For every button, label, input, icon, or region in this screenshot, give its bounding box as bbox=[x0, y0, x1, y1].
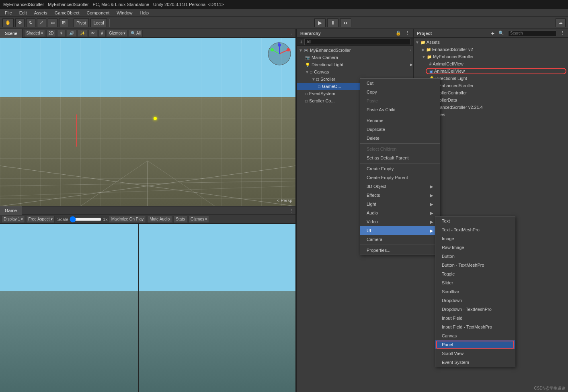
audio-btn[interactable]: 🔊 bbox=[67, 30, 76, 37]
menu-bar: File Edit Assets GameObject Component Wi… bbox=[0, 9, 568, 17]
step-btn[interactable]: ⏭ bbox=[340, 18, 351, 27]
svg-point-16 bbox=[278, 43, 281, 47]
ctx-set-default-parent[interactable]: Set as Default Parent bbox=[360, 153, 440, 162]
project-item-myenhanced[interactable]: ▼ 📁 MyEnhancedScroller bbox=[414, 53, 568, 60]
svg-point-15 bbox=[271, 48, 274, 51]
2d-btn[interactable]: 2D bbox=[46, 30, 56, 37]
scene-game-area: Scene Shaded ▾ 2D ☀ 🔊 ✨ 👁 # Gizmos ▾ 🔍 A… bbox=[0, 29, 295, 392]
sub-ctx-button[interactable]: Button bbox=[435, 252, 515, 261]
ctx-select-children: Select Children bbox=[360, 145, 440, 153]
sub-ctx-image[interactable]: Image bbox=[435, 234, 515, 243]
title-text: MyEnhancedScroller - MyEnhancedScroller … bbox=[3, 2, 224, 7]
sub-ctx-event-system[interactable]: Event System bbox=[435, 358, 515, 367]
project-item-animalcellview-go[interactable]: ▣ AnimalCellView bbox=[414, 67, 568, 75]
menu-gameobject[interactable]: GameObject bbox=[51, 10, 83, 16]
sub-ctx-scrollbar[interactable]: Scrollbar bbox=[435, 287, 515, 296]
ctx-properties[interactable]: Properties... bbox=[360, 246, 440, 255]
maximize-btn[interactable]: Maximize On Play bbox=[109, 216, 146, 223]
project-search-icon[interactable]: 🔍 bbox=[498, 31, 504, 36]
menu-file[interactable]: File bbox=[2, 10, 15, 16]
scene-vis-btn[interactable]: 👁 bbox=[88, 30, 97, 37]
hierarchy-menu-icon[interactable]: ⋮ bbox=[405, 31, 410, 36]
hierarchy-search-input[interactable] bbox=[304, 39, 410, 45]
tree-item-canvas[interactable]: ▼ □ Canvas bbox=[297, 68, 413, 76]
project-add-btn[interactable]: + bbox=[491, 30, 494, 37]
sub-ctx-dropdown[interactable]: Dropdown bbox=[435, 296, 515, 305]
aspect-dropdown[interactable]: Free Aspect ▾ bbox=[26, 216, 54, 223]
pause-btn[interactable]: ⏸ bbox=[327, 18, 338, 27]
ctx-create-empty-parent[interactable]: Create Empty Parent bbox=[360, 173, 440, 182]
tab-scene[interactable]: Scene bbox=[0, 29, 23, 38]
toolbar-sep-1 bbox=[71, 19, 71, 27]
ctx-effects[interactable]: Effects ▶ bbox=[360, 191, 440, 200]
sub-ctx-panel[interactable]: Panel bbox=[435, 340, 515, 349]
mute-btn[interactable]: Mute Audio bbox=[147, 216, 172, 223]
sub-ctx-text[interactable]: Text bbox=[435, 216, 515, 225]
pivot-btn[interactable]: Pivot bbox=[74, 18, 89, 27]
ctx-copy[interactable]: Copy bbox=[360, 88, 440, 96]
lighting-btn[interactable]: ☀ bbox=[57, 30, 66, 37]
scene-search[interactable]: 🔍 All bbox=[129, 30, 143, 37]
scene-panel-menu[interactable]: ⋮ bbox=[288, 31, 295, 35]
sub-ctx-text-tmp[interactable]: Text - TextMeshPro bbox=[435, 225, 515, 234]
tree-item-dirlight[interactable]: 💡 Directional Light ▶ bbox=[297, 61, 413, 68]
sub-ctx-raw-image[interactable]: Raw Image bbox=[435, 243, 515, 252]
sub-ctx-slider[interactable]: Slider bbox=[435, 278, 515, 287]
rotate-tool-btn[interactable]: ↻ bbox=[26, 18, 35, 27]
rect-tool-btn[interactable]: ▭ bbox=[48, 18, 57, 27]
sub-ctx-canvas[interactable]: Canvas bbox=[435, 331, 515, 340]
ctx-light[interactable]: Light ▶ bbox=[360, 200, 440, 208]
ground-lines bbox=[0, 105, 295, 206]
tab-game[interactable]: Game bbox=[0, 206, 22, 215]
ctx-3dobject[interactable]: 3D Object ▶ bbox=[360, 182, 440, 191]
project-item-animalcellview-cs[interactable]: # AnimalCellView bbox=[414, 60, 568, 67]
project-search-input[interactable] bbox=[508, 31, 556, 36]
local-btn[interactable]: Local bbox=[90, 18, 107, 27]
game-panel-menu[interactable]: ⋮ bbox=[288, 208, 295, 213]
sub-ctx-input-field-tmp[interactable]: Input Field - TextMeshPro bbox=[435, 323, 515, 331]
menu-component[interactable]: Component bbox=[83, 10, 113, 16]
gizmos-dropdown[interactable]: Gizmos ▾ bbox=[107, 30, 127, 37]
scale-value: 1x bbox=[103, 217, 108, 222]
play-btn[interactable]: ▶ bbox=[314, 18, 326, 27]
collab-btn[interactable]: ☁ bbox=[556, 18, 566, 27]
move-tool-btn[interactable]: ✥ bbox=[15, 18, 25, 27]
ctx-video[interactable]: Video ▶ bbox=[360, 217, 440, 226]
scale-tool-btn[interactable]: ⤢ bbox=[37, 18, 46, 27]
sub-ctx-scroll-view[interactable]: Scroll View bbox=[435, 349, 515, 358]
project-header: Project + 🔍 ⋮ bbox=[414, 29, 568, 38]
project-item-assets[interactable]: ▼ 📁 Assets bbox=[414, 39, 568, 46]
ctx-audio[interactable]: Audio ▶ bbox=[360, 208, 440, 217]
display-dropdown[interactable]: Display 1 ▾ bbox=[2, 216, 25, 223]
hand-tool-btn[interactable]: ✋ bbox=[2, 18, 14, 27]
project-menu-icon[interactable]: ⋮ bbox=[560, 31, 565, 36]
scale-slider[interactable] bbox=[70, 217, 102, 222]
ctx-cut[interactable]: Cut bbox=[360, 79, 440, 88]
game-gizmos-dropdown[interactable]: Gizmos ▾ bbox=[189, 216, 209, 223]
menu-help[interactable]: Help bbox=[136, 10, 152, 16]
ctx-camera[interactable]: Camera bbox=[360, 235, 440, 244]
game-right-pane bbox=[139, 224, 295, 392]
sub-ctx-button-tmp[interactable]: Button - TextMeshPro bbox=[435, 261, 515, 270]
hierarchy-add-btn[interactable]: + bbox=[299, 39, 303, 45]
project-item-enhancedscroller[interactable]: ▶ 📁 EnhancedScroller v2 bbox=[414, 46, 568, 53]
menu-window[interactable]: Window bbox=[113, 10, 135, 16]
sub-ctx-dropdown-tmp[interactable]: Dropdown - TextMeshPro bbox=[435, 305, 515, 314]
ctx-ui[interactable]: UI ▶ bbox=[360, 226, 440, 235]
ctx-duplicate[interactable]: Duplicate bbox=[360, 125, 440, 134]
fx-btn[interactable]: ✨ bbox=[78, 30, 87, 37]
sub-ctx-toggle[interactable]: Toggle bbox=[435, 270, 515, 278]
shading-dropdown[interactable]: Shaded ▾ bbox=[24, 30, 45, 37]
menu-assets[interactable]: Assets bbox=[31, 10, 51, 16]
ctx-rename[interactable]: Rename bbox=[360, 116, 440, 125]
ctx-create-empty[interactable]: Create Empty bbox=[360, 164, 440, 173]
ctx-paste-child[interactable]: Paste As Child bbox=[360, 105, 440, 114]
ctx-delete[interactable]: Delete bbox=[360, 134, 440, 143]
sub-ctx-input-field[interactable]: Input Field bbox=[435, 314, 515, 323]
tree-item-root[interactable]: ▼ 🎮 MyEnhancedScroller ⋮ bbox=[297, 47, 413, 54]
transform-tool-btn[interactable]: ⊞ bbox=[59, 18, 68, 27]
menu-edit[interactable]: Edit bbox=[16, 10, 30, 16]
stats-btn[interactable]: Stats bbox=[173, 216, 187, 223]
tree-item-maincamera[interactable]: 📷 Main Camera bbox=[297, 54, 413, 61]
grid-btn[interactable]: # bbox=[98, 30, 106, 37]
